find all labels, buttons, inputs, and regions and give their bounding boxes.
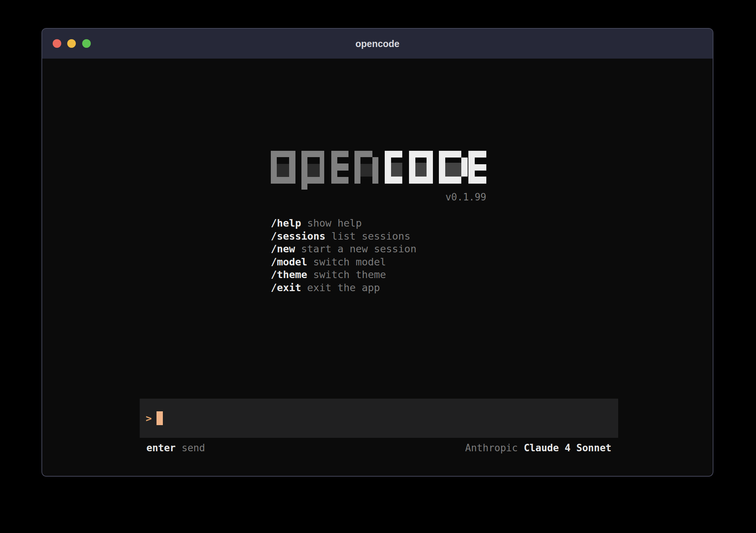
- model-indicator: AnthropicClaude 4 Sonnet: [465, 442, 611, 454]
- command-desc: exit the app: [307, 282, 380, 293]
- version-label: v0.1.99: [271, 192, 486, 202]
- logo-shadows-code: [391, 163, 461, 177]
- text-cursor: [157, 411, 163, 425]
- app-window: opencode: [41, 28, 713, 477]
- command-desc: switch model: [313, 256, 386, 268]
- command-name: /new: [271, 243, 295, 255]
- command-name: /sessions: [271, 230, 325, 242]
- prompt-input[interactable]: >: [140, 399, 618, 438]
- enter-key-label: enter: [146, 442, 176, 453]
- command-item: /modelswitch model: [271, 256, 416, 269]
- opencode-logo: [271, 151, 486, 190]
- command-list: /helpshow help /sessionslist sessions /n…: [271, 217, 416, 294]
- command-name: /help: [271, 217, 301, 229]
- command-desc: show help: [307, 217, 362, 229]
- send-action-label: send: [182, 442, 205, 453]
- command-desc: switch theme: [313, 269, 386, 280]
- titlebar[interactable]: opencode: [42, 29, 713, 59]
- prompt-symbol: >: [146, 412, 152, 424]
- provider-label: Anthropic: [465, 442, 518, 453]
- send-hint: entersend: [146, 442, 205, 454]
- window-title: opencode: [42, 29, 713, 59]
- model-label: Claude 4 Sonnet: [524, 442, 611, 453]
- command-item: /helpshow help: [271, 217, 416, 230]
- command-item: /themeswitch theme: [271, 268, 416, 281]
- command-item: /exitexit the app: [271, 281, 416, 294]
- command-item: /newstart a new session: [271, 243, 416, 256]
- command-desc: start a new session: [301, 243, 416, 255]
- statusbar: entersend AnthropicClaude 4 Sonnet: [140, 442, 618, 454]
- command-name: /theme: [271, 269, 307, 280]
- command-item: /sessionslist sessions: [271, 230, 416, 243]
- command-name: /model: [271, 256, 307, 268]
- command-name: /exit: [271, 282, 301, 293]
- command-desc: list sessions: [331, 230, 410, 242]
